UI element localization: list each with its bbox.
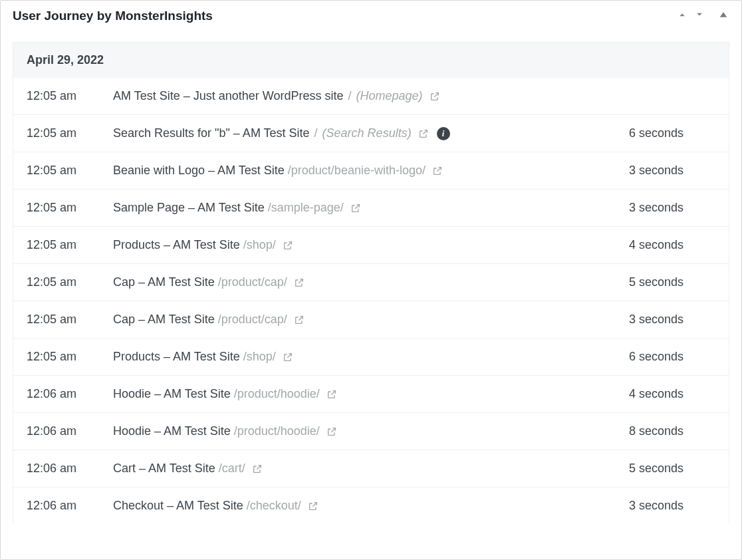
journey-row: 12:06 amCart – AM Test Site /cart/5 seco… [13,450,729,488]
journey-time: 12:06 am [27,462,113,476]
journey-time: 12:05 am [27,126,113,140]
journey-duration: 8 seconds [629,424,715,438]
external-link-icon[interactable] [283,240,293,251]
journey-page-title: Products – AM Test Site [113,350,243,363]
journey-duration: 3 seconds [629,164,715,178]
external-link-icon[interactable] [326,389,337,400]
journey-row: 12:06 amHoodie – AM Test Site /product/h… [13,376,729,413]
panel-content: April 29, 2022 12:05 amAM Test Site – Ju… [1,31,741,559]
external-link-icon[interactable] [294,277,305,288]
journey-time: 12:05 am [27,313,113,327]
journey-row: 12:06 amHoodie – AM Test Site /product/h… [13,413,729,450]
external-link-icon[interactable] [252,464,263,474]
journey-time: 12:06 am [27,424,113,438]
journey-page-path: /product/cap/ [218,275,287,289]
journey-row: 12:05 amSample Page – AM Test Site /samp… [13,190,729,227]
journey-title-col: AM Test Site – Just another WordPress si… [113,89,629,103]
external-link-icon[interactable] [350,203,361,213]
journey-list: 12:05 amAM Test Site – Just another Word… [13,78,729,524]
journey-title-col: Beanie with Logo – AM Test Site /product… [113,164,629,178]
panel-header: User Journey by MonsterInsights [1,1,741,31]
external-link-icon[interactable] [418,128,429,139]
journey-page-path: /shop/ [243,350,276,363]
journey-page-title: Beanie with Logo – AM Test Site [113,164,288,177]
journey-title-col: Sample Page – AM Test Site /sample-page/ [113,201,629,215]
external-link-icon[interactable] [283,352,293,362]
journey-page-title: Cap – AM Test Site [113,275,218,289]
user-journey-panel: User Journey by MonsterInsights April 29… [0,0,742,560]
journey-page-path: (Search Results) [322,126,412,140]
journey-page-title: Sample Page – AM Test Site [113,201,268,214]
panel-title: User Journey by MonsterInsights [13,9,213,23]
journey-row: 12:05 amProducts – AM Test Site /shop/4 … [13,227,729,264]
journey-page-title: Checkout – AM Test Site [113,499,247,512]
journey-duration: 3 seconds [629,499,715,513]
journey-title-col: Search Results for "b" – AM Test Site / … [113,126,629,140]
journey-duration: 5 seconds [629,275,715,289]
journey-duration: 5 seconds [629,462,715,476]
path-separator: / [314,126,321,140]
journey-page-title: Cart – AM Test Site [113,462,219,475]
journey-time: 12:05 am [27,275,113,289]
journey-title-col: Cap – AM Test Site /product/cap/ [113,313,629,327]
journey-row: 12:05 amCap – AM Test Site /product/cap/… [13,301,729,339]
journey-page-title: Products – AM Test Site [113,238,243,251]
journey-row: 12:05 amAM Test Site – Just another Word… [13,78,729,115]
chevron-up-icon[interactable] [676,9,688,23]
journey-time: 12:05 am [27,164,113,178]
journey-duration: 3 seconds [629,201,715,215]
journey-row: 12:05 amSearch Results for "b" – AM Test… [13,115,729,152]
journey-page-path: (Homepage) [356,89,423,102]
journey-duration: 6 seconds [629,350,715,364]
journey-duration: 4 seconds [629,387,715,401]
chevron-down-icon[interactable] [693,9,705,23]
journey-page-title: Cap – AM Test Site [113,313,218,326]
journey-page-path: /product/hoodie/ [234,387,320,400]
collapse-triangle-icon[interactable] [717,9,729,23]
journey-title-col: Hoodie – AM Test Site /product/hoodie/ [113,387,629,401]
external-link-icon[interactable] [294,315,305,325]
date-header: April 29, 2022 [13,42,729,78]
journey-page-path: /product/hoodie/ [234,424,320,438]
info-icon[interactable]: i [437,127,450,140]
journey-title-col: Checkout – AM Test Site /checkout/ [113,499,629,513]
external-link-icon[interactable] [308,501,318,511]
journey-duration: 4 seconds [629,238,715,252]
journey-title-col: Hoodie – AM Test Site /product/hoodie/ [113,424,629,438]
journey-time: 12:05 am [27,238,113,252]
journey-title-col: Cap – AM Test Site /product/cap/ [113,275,629,289]
journey-page-path: /product/cap/ [218,313,287,326]
external-link-icon[interactable] [326,426,337,437]
journey-page-path: /product/beanie-with-logo/ [288,164,426,177]
journey-title-col: Products – AM Test Site /shop/ [113,238,629,252]
journey-page-path: /shop/ [243,238,276,251]
journey-time: 12:05 am [27,201,113,215]
path-separator: / [348,89,354,102]
journey-page-title: Hoodie – AM Test Site [113,387,234,400]
journey-page-title: Search Results for "b" – AM Test Site [113,126,313,140]
journey-time: 12:06 am [27,387,113,401]
external-link-icon[interactable] [432,166,443,176]
journey-page-path: /sample-page/ [268,201,344,214]
journey-row: 12:05 amProducts – AM Test Site /shop/6 … [13,339,729,376]
journey-page-title: AM Test Site – Just another WordPress si… [113,89,346,102]
journey-title-col: Products – AM Test Site /shop/ [113,350,629,364]
journey-title-col: Cart – AM Test Site /cart/ [113,462,629,476]
journey-duration: 3 seconds [629,313,715,327]
journey-duration: 6 seconds [629,126,715,140]
journey-row: 12:06 amCheckout – AM Test Site /checkou… [13,488,729,524]
journey-page-path: /checkout/ [247,499,301,512]
panel-controls [676,9,729,23]
journey-page-title: Hoodie – AM Test Site [113,424,234,438]
journey-time: 12:05 am [27,89,113,103]
journey-time: 12:05 am [27,350,113,364]
journey-page-path: /cart/ [219,462,245,475]
external-link-icon[interactable] [430,91,440,102]
journey-time: 12:06 am [27,499,113,513]
journey-row: 12:05 amCap – AM Test Site /product/cap/… [13,264,729,301]
journey-row: 12:05 amBeanie with Logo – AM Test Site … [13,152,729,190]
